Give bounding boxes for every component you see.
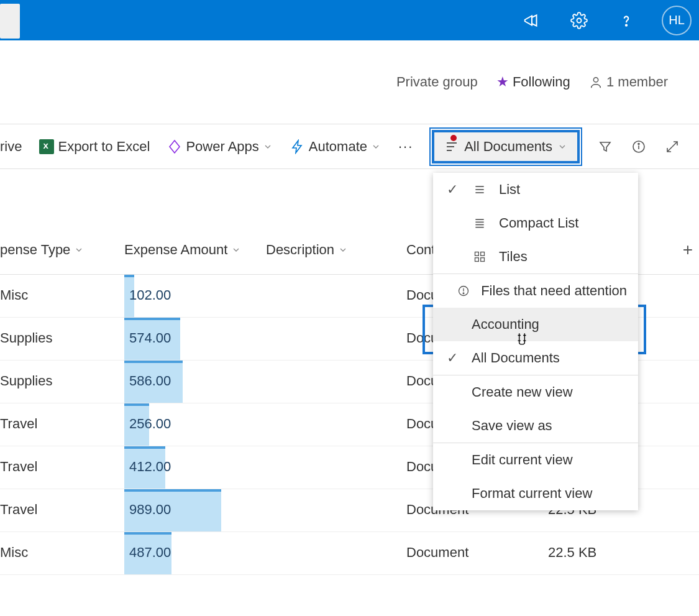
- tiles-icon: [472, 251, 488, 263]
- cmd-automate-label: Automate: [309, 139, 367, 155]
- cmd-drive[interactable]: rive: [0, 139, 22, 155]
- automate-icon: [290, 139, 305, 154]
- svg-point-22: [463, 293, 464, 294]
- amount-value: 574.00: [129, 330, 171, 346]
- dd-view-compact[interactable]: Compact List: [433, 206, 638, 240]
- avatar[interactable]: HL: [662, 6, 692, 35]
- cmd-powerapps-label: Power Apps: [186, 139, 258, 155]
- help-icon[interactable]: [614, 9, 638, 32]
- expand-icon[interactable]: [664, 139, 680, 155]
- following-label: Following: [513, 74, 570, 90]
- person-icon: [589, 76, 603, 90]
- avatar-initials: HL: [669, 13, 685, 27]
- cmd-export-excel[interactable]: Export to Excel: [39, 139, 150, 155]
- amount-value: 256.00: [129, 416, 171, 432]
- view-selector-label: All Documents: [464, 139, 552, 155]
- view-dropdown: ✓ List Compact List Tiles Files that nee…: [433, 173, 638, 510]
- chevron-down-icon: [74, 245, 84, 255]
- powerapps-icon: [167, 139, 182, 154]
- dd-create-view[interactable]: Create new view: [433, 375, 638, 409]
- member-count-label: 1 member: [606, 74, 668, 90]
- group-info-row: Private group ★ Following 1 member: [0, 40, 699, 124]
- dd-files-attention[interactable]: Files that need attention: [433, 274, 638, 308]
- window-placeholder: [0, 4, 20, 39]
- dd-view-accounting[interactable]: Accounting: [433, 308, 638, 341]
- group-privacy: Private group: [396, 74, 478, 90]
- cmd-export-label: Export to Excel: [58, 139, 150, 155]
- amount-value: 487.00: [129, 545, 171, 561]
- amount-value: 989.00: [129, 502, 171, 518]
- cursor-icon: [514, 330, 530, 353]
- cell-expense-amount: 989.00: [124, 489, 249, 531]
- chevron-down-icon: [231, 245, 241, 255]
- chevron-down-icon: [557, 142, 567, 152]
- check-icon: ✓: [444, 350, 460, 366]
- cell-expense-amount: 256.00: [124, 403, 249, 446]
- amount-value: 586.00: [129, 373, 171, 389]
- app-header: HL: [0, 0, 699, 40]
- command-bar: rive Export to Excel Power Apps Automate…: [0, 124, 699, 169]
- cell-expense-type: Misc: [0, 545, 28, 561]
- cell-expense-amount: 574.00: [124, 318, 249, 360]
- header-right: HL: [520, 6, 692, 35]
- command-bar-left: rive Export to Excel Power Apps Automate…: [0, 139, 413, 155]
- excel-icon: [39, 139, 54, 154]
- view-selector[interactable]: All Documents: [432, 130, 580, 163]
- cmd-automate[interactable]: Automate: [290, 139, 381, 155]
- dd-view-all-documents[interactable]: ✓ All Documents: [433, 341, 638, 375]
- cell-expense-type: Supplies: [0, 330, 52, 346]
- colhdr-expense-type[interactable]: pense Type: [0, 242, 84, 258]
- compact-list-icon: [472, 217, 488, 229]
- amount-value: 412.00: [129, 459, 171, 475]
- colhdr-expense-amount[interactable]: Expense Amount: [124, 242, 241, 258]
- dd-save-view-as[interactable]: Save view as: [433, 409, 638, 443]
- svg-rect-19: [481, 258, 485, 262]
- cmd-more[interactable]: ···: [398, 139, 413, 155]
- header-left: [0, 2, 20, 39]
- star-icon: ★: [496, 74, 509, 90]
- cell-expense-amount: 102.00: [124, 275, 249, 317]
- chevron-down-icon: [338, 245, 348, 255]
- following-indicator[interactable]: ★ Following: [496, 74, 570, 90]
- cell-expense-type: Travel: [0, 502, 37, 518]
- table-row[interactable]: Misc487.00Document22.5 KB: [0, 532, 699, 575]
- unsaved-indicator-icon: [450, 135, 457, 141]
- member-count[interactable]: 1 member: [589, 74, 668, 90]
- dd-view-tiles[interactable]: Tiles: [433, 240, 638, 274]
- chevron-down-icon: [263, 142, 273, 152]
- filter-icon[interactable]: [597, 139, 613, 155]
- add-column-button[interactable]: +: [683, 240, 693, 260]
- dd-format-view[interactable]: Format current view: [433, 477, 638, 510]
- list-icon: [472, 183, 488, 196]
- cell-expense-type: Travel: [0, 459, 37, 475]
- svg-point-0: [577, 18, 582, 22]
- dd-view-list[interactable]: ✓ List: [433, 173, 638, 206]
- svg-rect-16: [475, 252, 479, 256]
- cell-expense-type: Supplies: [0, 373, 52, 389]
- cmd-powerapps[interactable]: Power Apps: [167, 139, 272, 155]
- svg-point-1: [626, 24, 627, 25]
- gear-icon[interactable]: [567, 9, 591, 32]
- cell-expense-type: Misc: [0, 287, 28, 303]
- cell-expense-amount: 412.00: [124, 446, 249, 489]
- svg-point-8: [638, 143, 639, 144]
- attention-icon: [457, 285, 470, 297]
- info-icon[interactable]: [631, 139, 647, 155]
- cell-content-type: Document: [406, 545, 468, 561]
- dd-edit-view[interactable]: Edit current view: [433, 443, 638, 477]
- svg-rect-18: [475, 258, 479, 262]
- colhdr-description[interactable]: Description: [266, 242, 348, 258]
- cell-expense-amount: 487.00: [124, 532, 249, 574]
- amount-value: 102.00: [129, 287, 171, 303]
- colhdr-content[interactable]: Cont: [406, 242, 435, 258]
- command-bar-right: All Documents: [432, 130, 680, 163]
- svg-rect-17: [481, 252, 485, 256]
- list-icon: [444, 139, 459, 154]
- cell-expense-type: Travel: [0, 416, 37, 432]
- cell-expense-amount: 586.00: [124, 361, 249, 403]
- svg-point-2: [593, 78, 598, 82]
- megaphone-icon[interactable]: [520, 9, 544, 32]
- chevron-down-icon: [371, 142, 381, 152]
- cell-file-size: 22.5 KB: [548, 545, 596, 561]
- check-icon: ✓: [444, 182, 460, 198]
